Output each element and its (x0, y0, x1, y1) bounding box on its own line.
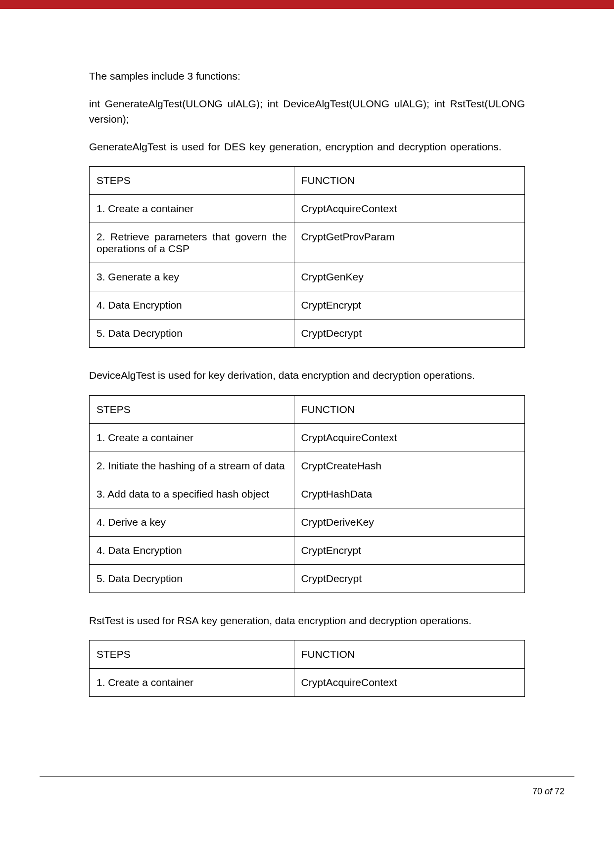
table-row: 1. Create a container CryptAcquireContex… (90, 669, 525, 697)
steps-header: STEPS (90, 395, 294, 423)
step-cell: 1. Create a container (90, 195, 294, 223)
step-cell: 3. Generate a key (90, 263, 294, 291)
generate-alg-description: GenerateAlgTest is used for DES key gene… (89, 139, 525, 155)
function-header: FUNCTION (294, 167, 524, 195)
steps-header: STEPS (90, 640, 294, 669)
page-number-total: 72 (555, 786, 565, 796)
rst-test-description: RstTest is used for RSA key generation, … (89, 613, 525, 629)
function-cell: CryptAcquireContext (294, 195, 524, 223)
table-row: 1. Create a container CryptAcquireContex… (90, 195, 525, 223)
table-header-row: STEPS FUNCTION (90, 395, 525, 423)
table-row: 2. Retrieve parameters that govern the o… (90, 223, 525, 263)
step-cell: 5. Data Decryption (90, 564, 294, 593)
function-cell: CryptCreateHash (294, 452, 524, 480)
step-cell: 1. Create a container (90, 669, 294, 697)
step-cell: 2. Initiate the hashing of a stream of d… (90, 452, 294, 480)
device-alg-description: DeviceAlgTest is used for key derivation… (89, 367, 525, 383)
steps-header: STEPS (90, 167, 294, 195)
function-header: FUNCTION (294, 640, 524, 669)
function-signatures: int GenerateAlgTest(ULONG ulALG); int De… (89, 96, 525, 127)
step-cell: 4. Data Encryption (90, 536, 294, 564)
function-cell: CryptEncrypt (294, 291, 524, 320)
page-number-of: of (545, 786, 552, 796)
step-cell: 3. Add data to a specified hash object (90, 480, 294, 508)
function-cell: CryptGetProvParam (294, 223, 524, 263)
function-cell: CryptEncrypt (294, 536, 524, 564)
step-cell: 4. Data Encryption (90, 291, 294, 320)
table-header-row: STEPS FUNCTION (90, 640, 525, 669)
generate-alg-table: STEPS FUNCTION 1. Create a container Cry… (89, 166, 525, 348)
function-cell: CryptAcquireContext (294, 669, 524, 697)
table-row: 3. Generate a key CryptGenKey (90, 263, 525, 291)
function-cell: CryptAcquireContext (294, 423, 524, 452)
table-row: 4. Data Encryption CryptEncrypt (90, 291, 525, 320)
step-cell: 5. Data Decryption (90, 320, 294, 348)
header-accent-bar (0, 0, 614, 9)
intro-paragraph-1: The samples include 3 functions: (89, 68, 525, 84)
table-row: 2. Initiate the hashing of a stream of d… (90, 452, 525, 480)
page-footer: 70 of 72 (40, 776, 574, 817)
table-row: 1. Create a container CryptAcquireContex… (90, 423, 525, 452)
function-cell: CryptGenKey (294, 263, 524, 291)
function-cell: CryptDecrypt (294, 564, 524, 593)
step-cell: 1. Create a container (90, 423, 294, 452)
page-content: The samples include 3 functions: int Gen… (0, 9, 614, 746)
function-cell: CryptHashData (294, 480, 524, 508)
table-row: 4. Derive a key CryptDeriveKey (90, 508, 525, 536)
page-number-current: 70 (532, 786, 542, 796)
step-cell: 2. Retrieve parameters that govern the o… (90, 223, 294, 263)
table-row: 5. Data Decryption CryptDecrypt (90, 320, 525, 348)
device-alg-table: STEPS FUNCTION 1. Create a container Cry… (89, 395, 525, 593)
function-cell: CryptDecrypt (294, 320, 524, 348)
rst-test-table: STEPS FUNCTION 1. Create a container Cry… (89, 640, 525, 697)
table-row: 3. Add data to a specified hash object C… (90, 480, 525, 508)
table-row: 5. Data Decryption CryptDecrypt (90, 564, 525, 593)
step-cell: 4. Derive a key (90, 508, 294, 536)
table-header-row: STEPS FUNCTION (90, 167, 525, 195)
table-row: 4. Data Encryption CryptEncrypt (90, 536, 525, 564)
function-cell: CryptDeriveKey (294, 508, 524, 536)
function-header: FUNCTION (294, 395, 524, 423)
